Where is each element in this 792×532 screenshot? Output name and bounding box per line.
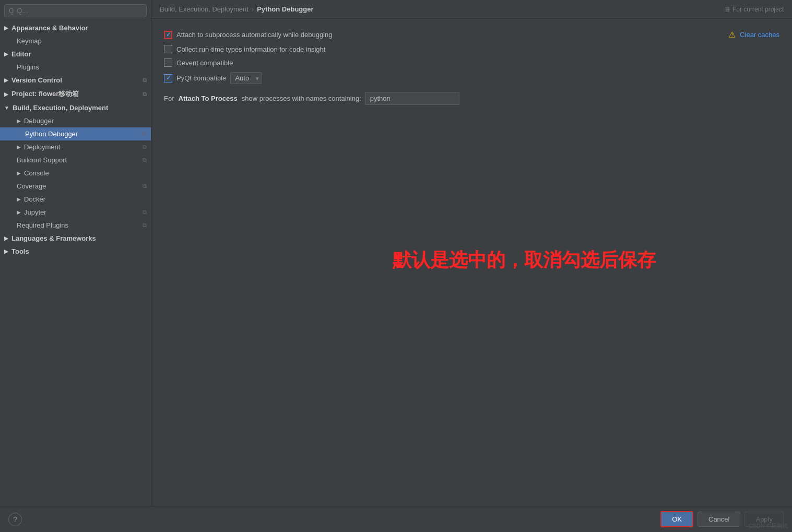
pyqt-label: PyQt compatible xyxy=(176,74,226,82)
search-input[interactable] xyxy=(17,7,142,15)
process-label-bold: Attach To Process xyxy=(179,94,238,102)
chevron-right-icon: ▶ xyxy=(4,25,8,31)
for-current-project: 🖥 For current project xyxy=(724,6,784,13)
sidebar-item-docker[interactable]: ▶ Docker xyxy=(0,193,151,206)
sidebar-item-tools[interactable]: ▶ Tools xyxy=(0,245,151,258)
sidebar-item-coverage[interactable]: Coverage ⧉ xyxy=(0,180,151,193)
copy-icon: ⧉ xyxy=(143,222,147,229)
dialog-body: Q ▶ Appearance & Behavior Keymap ▶ Edito… xyxy=(0,0,792,506)
chevron-right-icon: ▶ xyxy=(4,77,8,83)
sidebar-item-label: Deployment xyxy=(24,143,60,151)
sidebar-item-python-debugger[interactable]: Python Debugger ⧉ xyxy=(0,127,151,140)
pyqt-dropdown[interactable]: Auto v1 v2 xyxy=(230,72,262,84)
sidebar-item-appearance[interactable]: ▶ Appearance & Behavior xyxy=(0,21,151,34)
sidebar-item-label: Project: flower移动箱 xyxy=(11,89,79,99)
sidebar-item-keymap[interactable]: Keymap xyxy=(0,34,151,48)
chevron-right-icon: ▶ xyxy=(17,170,21,176)
ok-button[interactable]: OK xyxy=(660,511,693,527)
sidebar-item-plugins[interactable]: Plugins xyxy=(0,61,151,74)
process-label-before: For xyxy=(164,94,174,102)
chevron-right-icon: ▶ xyxy=(4,51,8,57)
sidebar-item-version-control[interactable]: ▶ Version Control ⧉ xyxy=(0,74,151,87)
settings-area: Attach to subprocess automatically while… xyxy=(151,19,792,506)
copy-icon: ⧉ xyxy=(143,209,147,216)
warning-icon: ⚠ xyxy=(728,30,736,40)
sidebar-item-deployment[interactable]: ▶ Deployment ⧉ xyxy=(0,140,151,153)
process-row: For Attach To Process show processes wit… xyxy=(164,92,779,105)
chevron-right-icon: ▶ xyxy=(4,235,8,241)
sidebar-item-label: Buildout Support xyxy=(17,156,67,164)
bottom-left: ? xyxy=(8,513,22,526)
watermark: CSDN ©花测试 xyxy=(749,522,788,530)
search-box[interactable]: Q xyxy=(4,4,147,17)
breadcrumb-separator: › xyxy=(252,5,254,13)
sidebar-item-debugger[interactable]: ▶ Debugger xyxy=(0,114,151,127)
chevron-right-icon: ▶ xyxy=(17,118,21,124)
settings-dialog: Q ▶ Appearance & Behavior Keymap ▶ Edito… xyxy=(0,0,792,532)
pyqt-dropdown-wrapper[interactable]: Auto v1 v2 xyxy=(230,72,262,84)
sidebar-item-required-plugins[interactable]: Required Plugins ⧉ xyxy=(0,219,151,232)
collect-runtime-row: Collect run-time types information for c… xyxy=(164,42,779,56)
sidebar-item-label: Console xyxy=(24,169,49,177)
breadcrumb-part2: Python Debugger xyxy=(257,5,313,13)
sidebar-item-label: Debugger xyxy=(24,117,54,125)
sidebar-item-label: Keymap xyxy=(17,37,42,45)
pyqt-checkbox[interactable] xyxy=(164,74,172,82)
clear-caches-link[interactable]: Clear caches xyxy=(740,31,779,39)
chevron-right-icon: ▶ xyxy=(17,209,21,215)
process-label-after: show processes with names containing: xyxy=(242,94,361,102)
chevron-right-icon: ▶ xyxy=(17,144,21,150)
gevent-checkbox[interactable] xyxy=(164,58,172,67)
for-current-project-label: For current project xyxy=(732,6,784,13)
attach-subprocess-row: Attach to subprocess automatically while… xyxy=(164,27,779,42)
sidebar-item-label: Languages & Frameworks xyxy=(11,234,96,242)
sidebar-item-label: Tools xyxy=(11,247,29,255)
sidebar-item-label: Required Plugins xyxy=(17,221,68,229)
copy-icon: ⧉ xyxy=(143,91,147,98)
sidebar-item-build-exec-deploy[interactable]: ▼ Build, Execution, Deployment xyxy=(0,101,151,114)
bottom-bar: ? OK Cancel Apply xyxy=(0,506,792,532)
copy-icon: ⧉ xyxy=(143,183,147,190)
sidebar-item-label: Docker xyxy=(24,195,45,203)
sidebar-item-label: Version Control xyxy=(11,76,62,84)
gevent-label: Gevent compatible xyxy=(176,59,233,67)
collect-runtime-checkbox[interactable] xyxy=(164,45,172,53)
collect-runtime-label: Collect run-time types information for c… xyxy=(176,45,325,53)
copy-icon: ⧉ xyxy=(143,131,147,137)
copy-icon: ⧉ xyxy=(143,77,147,84)
chevron-right-icon: ▶ xyxy=(4,249,8,254)
chevron-right-icon: ▶ xyxy=(4,91,8,97)
breadcrumb-part1: Build, Execution, Deployment xyxy=(160,5,249,13)
sidebar-item-buildout-support[interactable]: Buildout Support ⧉ xyxy=(0,153,151,167)
annotation-text: 默认是选中的，取消勾选后保存 xyxy=(393,247,656,273)
pyqt-row: PyQt compatible Auto v1 v2 xyxy=(164,69,779,87)
sidebar-item-label: Jupyter xyxy=(24,208,46,216)
sidebar-item-label: Editor xyxy=(11,50,31,58)
monitor-icon: 🖥 xyxy=(724,6,730,13)
breadcrumb: Build, Execution, Deployment › Python De… xyxy=(151,0,792,19)
cancel-button[interactable]: Cancel xyxy=(698,512,740,527)
sidebar-item-editor[interactable]: ▶ Editor xyxy=(0,48,151,61)
sidebar-item-console[interactable]: ▶ Console xyxy=(0,167,151,180)
copy-icon: ⧉ xyxy=(143,144,147,150)
sidebar-item-label: Build, Execution, Deployment xyxy=(13,104,108,112)
copy-icon: ⧉ xyxy=(143,157,147,163)
sidebar-item-languages-frameworks[interactable]: ▶ Languages & Frameworks xyxy=(0,232,151,245)
search-icon: Q xyxy=(9,7,14,15)
attach-subprocess-label: Attach to subprocess automatically while… xyxy=(176,31,332,39)
process-name-input[interactable] xyxy=(365,92,459,105)
sidebar-item-label: Plugins xyxy=(17,63,39,71)
sidebar: Q ▶ Appearance & Behavior Keymap ▶ Edito… xyxy=(0,0,151,506)
sidebar-item-label: Coverage xyxy=(17,182,46,190)
attach-subprocess-checkbox[interactable] xyxy=(164,31,172,39)
sidebar-item-label: Python Debugger xyxy=(25,130,78,138)
sidebar-item-label: Appearance & Behavior xyxy=(11,24,88,32)
main-content: Build, Execution, Deployment › Python De… xyxy=(151,0,792,506)
gevent-row: Gevent compatible xyxy=(164,56,779,69)
sidebar-item-jupyter[interactable]: ▶ Jupyter ⧉ xyxy=(0,206,151,219)
chevron-down-icon: ▼ xyxy=(4,105,9,111)
help-button[interactable]: ? xyxy=(8,513,22,526)
sidebar-item-project[interactable]: ▶ Project: flower移动箱 ⧉ xyxy=(0,87,151,101)
chevron-right-icon: ▶ xyxy=(17,196,21,202)
